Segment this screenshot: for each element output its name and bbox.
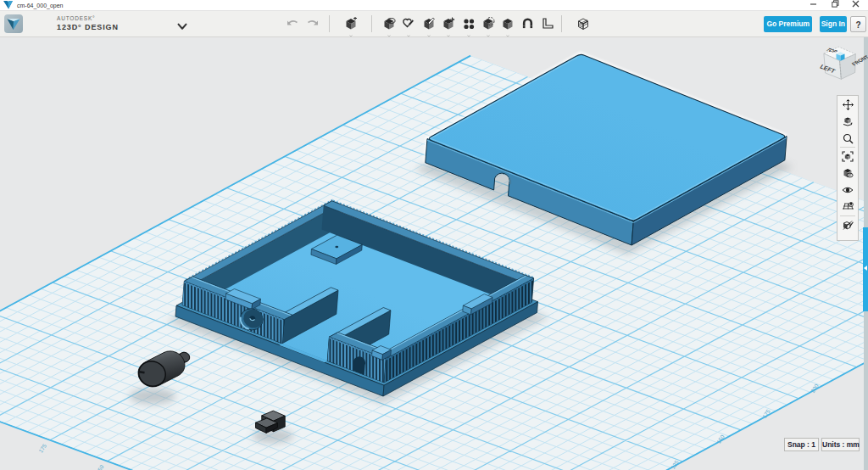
- sign-in-button[interactable]: Sign In: [820, 16, 847, 32]
- help-button[interactable]: ?: [850, 16, 866, 32]
- grouping-menu-icon: [481, 17, 495, 31]
- close-icon: [852, 0, 860, 8]
- app-menu-logo[interactable]: [4, 14, 23, 33]
- close-button[interactable]: [847, 0, 864, 10]
- redo-button[interactable]: [303, 14, 323, 34]
- toolbar-separator: [371, 15, 372, 32]
- sketch-menu-icon: [402, 17, 415, 31]
- 3d-viewport[interactable]: 175 150 125 150 175 200 LEFT FRONT: [0, 37, 868, 470]
- viewcube-home-icon[interactable]: [837, 52, 845, 60]
- brand-autodesk: AUTODESK°: [57, 15, 119, 21]
- transform-menu-icon: [382, 17, 396, 31]
- insert-parts-menu[interactable]: [573, 14, 593, 34]
- modify-menu[interactable]: [438, 14, 459, 34]
- insert-parts-menu-icon: [576, 17, 590, 31]
- redo-button-icon: [306, 17, 320, 31]
- grouping-menu[interactable]: [478, 14, 498, 34]
- snap-setting-chip[interactable]: Snap : 1: [784, 438, 819, 451]
- pattern-menu[interactable]: [459, 14, 479, 34]
- minimize-icon: [810, 0, 817, 8]
- 123d-logo-icon: [4, 14, 23, 33]
- go-premium-button[interactable]: Go Premium: [764, 16, 812, 32]
- drawer-arrow-icon: [864, 266, 867, 271]
- pattern-menu-icon: [462, 17, 476, 31]
- brand-text: AUTODESK° 123D° DESIGN: [57, 15, 119, 31]
- grid-toggle-icon[interactable]: [837, 199, 858, 215]
- units-setting-chip[interactable]: Units : mm: [821, 438, 860, 451]
- maximize-button[interactable]: [826, 0, 843, 10]
- transform-menu[interactable]: [379, 14, 399, 34]
- primitives-menu-icon: [344, 17, 358, 31]
- visibility-icon[interactable]: [837, 182, 858, 199]
- minimize-button[interactable]: [804, 0, 821, 10]
- snap-tool[interactable]: [517, 14, 537, 34]
- window-titlebar: cm-64_000_open: [0, 0, 868, 11]
- toolbar-separator: [561, 15, 562, 32]
- main-toolbar: AUTODESK° 123D° DESIGN Go Premium Sign I…: [0, 11, 868, 37]
- combine-menu-icon: [501, 17, 515, 31]
- snap-tool-icon: [520, 17, 534, 31]
- sketch-menu[interactable]: [398, 14, 419, 34]
- maximize-icon: [832, 0, 839, 8]
- app-window: cm-64_000_open AUTODESK° 123D° DESIGN: [0, 0, 868, 470]
- measure-menu-icon: [541, 17, 554, 31]
- toolbar-separator: [329, 15, 330, 32]
- undo-button-icon: [286, 17, 299, 31]
- scene-canvas: 175 150 125 150 175 200: [0, 37, 868, 470]
- construct-menu[interactable]: [419, 14, 439, 34]
- undo-button[interactable]: [282, 14, 303, 34]
- orbit-tool-icon[interactable]: [837, 113, 858, 130]
- parts-drawer-tab[interactable]: [863, 227, 868, 311]
- construct-menu-icon: [422, 17, 436, 31]
- primitives-menu[interactable]: [341, 14, 361, 34]
- material-tool-icon[interactable]: [837, 216, 858, 233]
- navigation-toolbar: [837, 95, 859, 241]
- combine-menu[interactable]: [498, 14, 518, 34]
- zoom-tool-icon[interactable]: [837, 130, 858, 147]
- menu-chevron-icon[interactable]: [176, 23, 188, 31]
- shading-mode-icon[interactable]: [837, 165, 858, 182]
- measure-menu[interactable]: [537, 14, 558, 34]
- grid-coordinate-label: 175: [37, 443, 47, 454]
- fit-view-icon[interactable]: [837, 148, 858, 165]
- pan-tool-icon[interactable]: [837, 96, 858, 113]
- modify-menu-icon: [442, 17, 455, 31]
- window-title: cm-64_000_open: [17, 3, 64, 8]
- app-logo-icon: [3, 1, 13, 9]
- grid-coordinate-label: 150: [95, 463, 105, 470]
- brand-123d-design: 123D° DESIGN: [57, 23, 119, 31]
- view-cube[interactable]: LEFT FRONT TOP: [815, 42, 868, 85]
